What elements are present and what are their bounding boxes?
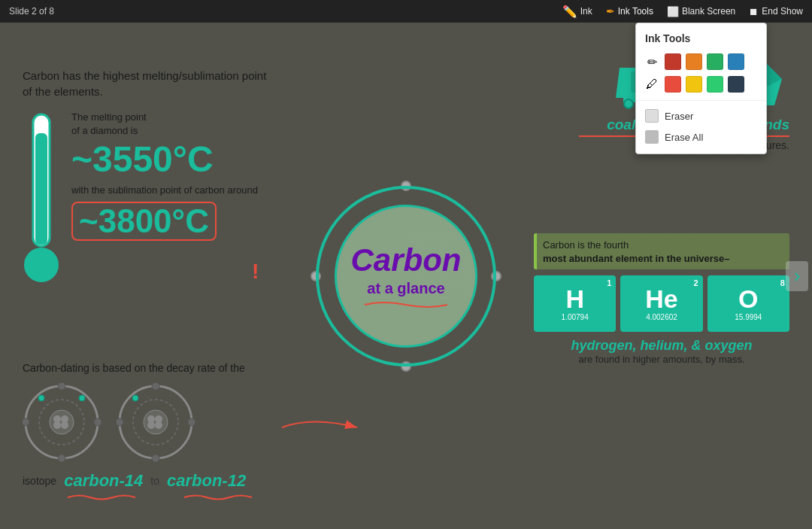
svg-point-27 <box>23 418 29 426</box>
erase-all-icon <box>645 130 659 144</box>
svg-point-37 <box>152 383 159 390</box>
eraser-label: Eraser <box>665 111 693 122</box>
isotope-labels-row: isotope carbon-14 to carbon-12 <box>23 471 308 491</box>
carbon-main-title: Carbon <box>351 242 462 278</box>
nav-arrow-right[interactable]: › <box>786 261 808 291</box>
isotope-circle-14 <box>23 383 102 462</box>
svg-point-41 <box>132 395 138 401</box>
eraser-icon <box>645 109 659 123</box>
thermometer-section: The melting point of a diamond is ~3550°… <box>23 111 278 284</box>
slide-counter: Slide 2 of 8 <box>9 6 54 17</box>
elements-title: hydrogen, helium, & oxygen <box>534 338 789 354</box>
end-show-button[interactable]: ⏹ End Show <box>749 6 803 17</box>
svg-point-25 <box>94 418 102 426</box>
element-H-symbol: H <box>565 286 584 312</box>
toolbar-right: ✏️ Ink ✒ Ink Tools ⬜ Blank Screen ⏹ End … <box>562 5 803 19</box>
element-He-symbol: He <box>645 286 677 312</box>
svg-point-36 <box>155 421 162 429</box>
isotope-to: carbon-12 <box>167 471 246 491</box>
color-swatch-orange[interactable] <box>686 53 702 70</box>
pen-icon[interactable]: ✏ <box>644 53 660 70</box>
element-H-num: 1 <box>607 278 611 287</box>
isotope-underlines <box>23 492 286 503</box>
element-O-mass: 15.9994 <box>735 313 762 321</box>
eraser-item[interactable]: Eraser <box>636 105 766 126</box>
topbar: Slide 2 of 8 ✏️ Ink ✒ Ink Tools ⬜ Blank … <box>0 0 812 23</box>
blank-screen-button[interactable]: ⬜ Blank Screen <box>667 6 735 17</box>
svg-point-3 <box>30 254 53 276</box>
erase-all-label: Erase All <box>665 132 703 143</box>
carbon-dating-text: Carbon-dating is based on the decay rate… <box>23 362 308 374</box>
element-O-num: 8 <box>780 278 785 287</box>
left-panel: Carbon has the highest melting/sublimati… <box>23 68 278 284</box>
isotope-connector: to <box>150 475 159 487</box>
elements-footer: hydrogen, helium, & oxygen are found in … <box>534 338 789 365</box>
isotope-prefix: isotope <box>23 475 56 487</box>
color-swatch-blue[interactable] <box>728 53 744 70</box>
svg-point-26 <box>58 455 65 462</box>
melting-info: The melting point of a diamond is ~3550°… <box>71 111 278 241</box>
abundance-title-box: Carbon is the fourth most abundant eleme… <box>534 233 789 269</box>
sublimation-text: with the sublimation point of carbon aro… <box>71 184 278 197</box>
abundance-section: Carbon is the fourth most abundant eleme… <box>534 233 789 365</box>
melting-subtitle: The melting point of a diamond is <box>71 111 278 138</box>
abundance-line1: Carbon is the fourth <box>543 239 629 251</box>
elements-subtitle: are found in higher amounts, by mass. <box>534 354 789 365</box>
isotope-from: carbon-14 <box>64 471 143 491</box>
color-swatch-red[interactable] <box>665 76 681 93</box>
ink-button[interactable]: ✏️ Ink <box>562 5 592 19</box>
title-underline <box>361 300 451 309</box>
svg-point-38 <box>188 418 195 426</box>
brush-icon[interactable]: 🖊 <box>644 76 660 93</box>
temp2: ~3800°C <box>71 202 217 241</box>
exclamation-annotation: ! <box>252 260 259 284</box>
svg-point-23 <box>61 421 68 429</box>
isotope-circle-12 <box>117 383 195 462</box>
color-swatch-red-dark[interactable] <box>665 53 681 70</box>
temp1: ~3550°C <box>71 141 278 178</box>
svg-point-6 <box>624 99 633 108</box>
element-He-num: 2 <box>694 278 698 287</box>
ink-tools-button[interactable]: ✒ Ink Tools <box>606 5 653 17</box>
color-row-1: ✏ <box>636 50 766 73</box>
center-circle: Carbon at a glance <box>316 186 496 366</box>
svg-point-29 <box>79 395 85 401</box>
element-O-symbol: O <box>738 286 758 312</box>
color-row-2: 🖊 <box>636 73 766 96</box>
color-swatch-yellow[interactable] <box>686 76 702 93</box>
svg-point-24 <box>58 383 65 390</box>
inner-circle: Carbon at a glance <box>335 205 477 348</box>
color-swatch-green-light[interactable] <box>707 76 723 93</box>
erase-all-item[interactable]: Erase All <box>636 126 766 147</box>
dropdown-title: Ink Tools <box>636 29 766 50</box>
thermometer-svg <box>23 111 60 284</box>
svg-point-32 <box>144 410 168 434</box>
svg-point-40 <box>117 418 123 426</box>
element-H: 1 H 1.00794 <box>534 275 616 332</box>
isotope-circles-wrapper <box>23 383 308 462</box>
svg-point-19 <box>50 410 74 434</box>
at-a-glance: at a glance <box>367 280 444 297</box>
svg-rect-1 <box>35 133 47 245</box>
svg-point-28 <box>38 395 44 401</box>
color-swatch-green[interactable] <box>707 53 723 70</box>
element-He-mass: 4.002602 <box>646 313 677 321</box>
svg-point-39 <box>152 455 159 462</box>
red-arrow-annotation <box>274 412 372 442</box>
element-H-mass: 1.00794 <box>562 313 589 321</box>
bottom-left-panel: Carbon-dating is based on the decay rate… <box>23 362 308 506</box>
color-swatch-navy[interactable] <box>728 76 744 93</box>
element-O: 8 O 15.9994 <box>707 275 789 332</box>
carbon-highest-text: Carbon has the highest melting/sublimati… <box>23 68 278 99</box>
elements-row: 1 H 1.00794 2 He 4.002602 8 O 15.9994 <box>534 275 789 332</box>
element-He: 2 He 4.002602 <box>620 275 702 332</box>
svg-point-22 <box>53 421 61 429</box>
abundance-line2: most abundant element in the universe– <box>543 253 730 264</box>
ink-tools-dropdown: Ink Tools ✏ 🖊 Eraser Erase All <box>635 23 767 154</box>
svg-point-35 <box>147 421 155 429</box>
